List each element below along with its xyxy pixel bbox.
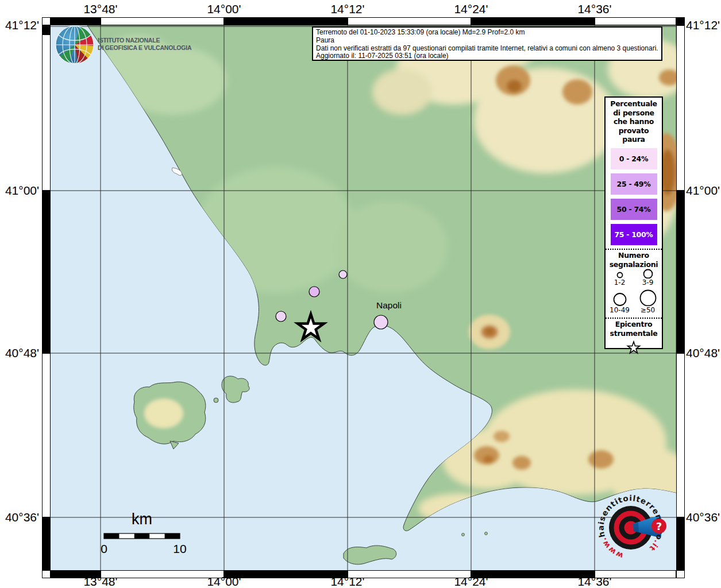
axis-label-top: 14°12' (330, 2, 364, 16)
scale-bar-start: 0 (92, 542, 115, 556)
frame-segment (676, 17, 685, 25)
axis-label-left: 40°48' (1, 346, 39, 360)
legend-separator (606, 318, 662, 319)
axis-label-left: 40°36' (1, 510, 39, 524)
frame-segment (471, 570, 595, 578)
felt-report-circle (339, 270, 347, 278)
frame-segment (348, 17, 471, 25)
frame-segment (676, 191, 685, 353)
scale-bar (104, 533, 180, 539)
frame-segment (676, 517, 685, 570)
legend-count-title: segnalazioni (606, 260, 662, 269)
legend-star-icon (625, 339, 642, 356)
frame-segment (42, 34, 51, 191)
axis-label-right: 41°00' (686, 184, 720, 198)
legend-separator (606, 249, 662, 250)
legend-epicenter-title: Epicentro (606, 320, 662, 329)
legend-swatch-75-100: 75 - 100% (611, 224, 657, 245)
legend-count-10-49: 10-49 (606, 289, 634, 314)
ingv-name-line2: DI GEOFISICA E VULCANOLOGIA (98, 44, 191, 52)
legend-percent-title: di persone (606, 109, 662, 118)
legend-percent-title: provato (606, 126, 662, 136)
felt-report-circle (276, 311, 286, 322)
scale-bar-end: 10 (168, 542, 191, 556)
axis-label-right: 40°48' (686, 346, 720, 360)
axis-label-left: 41°00' (1, 184, 39, 198)
legend-count-1-2: 1-2 (606, 269, 634, 287)
scale-bar-unit: km (115, 510, 169, 528)
axis-label-bottom: 14°00' (207, 575, 241, 588)
frame-segment (224, 570, 348, 578)
frame-segment (42, 17, 51, 25)
axis-label-bottom: 13°48' (83, 575, 117, 588)
legend-swatch-50-74: 50 - 74% (611, 199, 657, 220)
axis-label-bottom: 14°24' (454, 575, 488, 588)
axis-label-bottom: 14°12' (330, 575, 364, 588)
frame-segment (42, 570, 51, 578)
legend-count-title: Numero (606, 251, 662, 260)
axis-label-top: 14°00' (207, 2, 241, 16)
count-circle-icon (638, 269, 658, 278)
terrain-map: www.haisentitoilterremoto.it ? (51, 25, 676, 570)
count-circle-icon (610, 269, 630, 278)
frame-segment (42, 191, 51, 353)
frame-segment (101, 570, 224, 578)
frame-segment (471, 17, 595, 25)
haisentitoilterremoto-map-page: www.haisentitoilterremoto.it ? 13°48' 14… (0, 0, 721, 588)
frame-segment (224, 17, 348, 25)
axis-label-left: 41°12' (1, 18, 39, 32)
frame-segment (595, 17, 676, 25)
legend-percent-title: paura (606, 135, 662, 144)
legend-swatch-25-49: 25 - 49% (611, 173, 657, 195)
event-data-note: Dati non verificati estratti da 97 quest… (316, 45, 658, 53)
question-badge-glyph: ? (656, 520, 662, 532)
axis-label-top: 14°24' (454, 2, 488, 16)
legend-count-3-9: 3-9 (634, 269, 662, 287)
legend-swatch-0-24: 0 - 24% (611, 148, 657, 169)
frame-segment (42, 353, 51, 517)
legend-epicenter-title: strumentale (606, 329, 662, 338)
event-map-type: Paura (316, 37, 658, 45)
legend-percent-title: Percentuale (606, 99, 662, 109)
ingv-logo: ISTITUTO NAZIONALE DI GEOFISICA E VULCAN… (53, 23, 226, 67)
legend-percent-title: che hanno (606, 117, 662, 126)
count-circle-icon (638, 289, 658, 306)
axis-label-right: 40°36' (686, 510, 720, 524)
frame-segment (348, 570, 471, 578)
legend-panel: Percentuale di persone che hanno provato… (604, 96, 663, 349)
legend-count-50plus: ≥50 (634, 289, 662, 314)
axis-label-top: 14°36' (577, 2, 611, 16)
frame-segment (676, 353, 685, 517)
frame-segment (42, 517, 51, 570)
city-label-napoli: Napoli (366, 300, 412, 311)
frame-segment (42, 25, 51, 34)
ingv-name-line1: ISTITUTO NAZIONALE (98, 37, 191, 44)
axis-label-right: 41°12' (686, 18, 720, 32)
axis-label-top: 13°48' (83, 2, 117, 16)
felt-report-circle (374, 315, 388, 329)
frame-segment (676, 25, 685, 191)
axis-label-bottom: 14°36' (577, 575, 611, 588)
event-updated-at: Aggiornato il: 11-07-2025 03:51 (ora loc… (316, 52, 658, 60)
event-title: Terremoto del 01-10-2023 15:33:09 (ora l… (316, 29, 658, 37)
count-circle-icon (610, 292, 630, 306)
frame-segment (676, 570, 685, 578)
felt-report-circle (309, 287, 319, 297)
event-info-box: Terremoto del 01-10-2023 15:33:09 (ora l… (312, 26, 662, 61)
